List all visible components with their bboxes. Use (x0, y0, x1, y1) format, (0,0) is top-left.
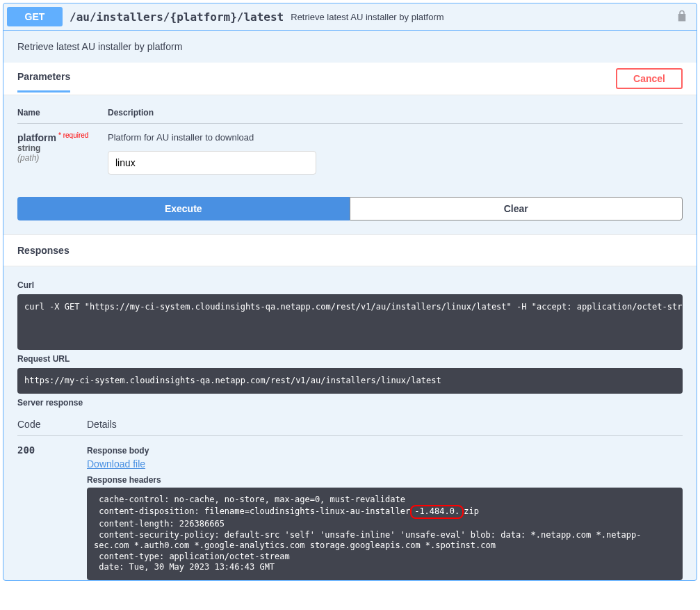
parameter-description-column: Platform for AU installer to download (108, 132, 683, 175)
operation-summary-bar[interactable]: GET /au/installers/{platform}/latest Ret… (3, 3, 697, 31)
request-url-value[interactable]: https://my-ci-system.cloudinsights-qa.ne… (17, 368, 683, 394)
responses-block: Curl curl -X GET "https://my-ci-system.c… (3, 266, 697, 580)
summary-text: Retrieve latest AU installer by platform (291, 12, 443, 22)
clear-button[interactable]: Clear (350, 197, 683, 220)
parameter-row: platform* required string (path) Platfor… (17, 124, 683, 183)
column-header-description: Description (108, 108, 683, 118)
responses-title: Responses (3, 234, 697, 266)
parameters-title: Parameters (17, 71, 70, 93)
api-operation-block: GET /au/installers/{platform}/latest Ret… (3, 3, 697, 581)
lock-icon[interactable] (676, 10, 687, 24)
response-table-header: Code Details (17, 412, 683, 435)
method-badge: GET (7, 7, 63, 26)
response-details: Response body Download file Response hea… (87, 444, 683, 580)
required-badge: * required (56, 131, 88, 139)
curl-command[interactable]: curl -X GET "https://my-ci-system.cloudi… (17, 294, 683, 350)
param-description: Platform for AU installer to download (108, 132, 683, 143)
parameters-section-header: Parameters Cancel (3, 63, 697, 95)
details-column-header: Details (87, 419, 117, 430)
column-header-name: Name (17, 108, 101, 118)
request-url-label: Request URL (17, 354, 683, 364)
response-body-label: Response body (87, 446, 683, 456)
response-headers-content[interactable]: cache-control: no-cache, no-store, max-a… (87, 488, 683, 580)
response-row: 200 Response body Download file Response… (17, 435, 683, 580)
execute-button[interactable]: Execute (17, 197, 350, 220)
parameters-table: Name Description platform* required stri… (3, 95, 697, 197)
cancel-button[interactable]: Cancel (616, 68, 683, 89)
version-highlight: -1.484.0. (410, 505, 464, 519)
endpoint-path: /au/installers/{platform}/latest (70, 10, 284, 24)
param-name: platform (17, 132, 56, 143)
parameter-name-column: platform* required string (path) (17, 132, 101, 175)
platform-input[interactable] (108, 151, 316, 175)
server-response-label: Server response (17, 398, 683, 408)
param-type: string (17, 143, 101, 153)
response-code: 200 (17, 444, 66, 580)
code-column-header: Code (17, 419, 66, 430)
action-button-row: Execute Clear (3, 197, 697, 234)
curl-label: Curl (17, 280, 683, 290)
param-in: (path) (17, 153, 101, 163)
response-headers-label: Response headers (87, 475, 683, 485)
operation-description: Retrieve latest AU installer by platform (3, 31, 697, 63)
parameters-header-row: Name Description (17, 102, 683, 124)
operation-body: Retrieve latest AU installer by platform… (3, 31, 697, 580)
download-file-link[interactable]: Download file (87, 458, 683, 469)
